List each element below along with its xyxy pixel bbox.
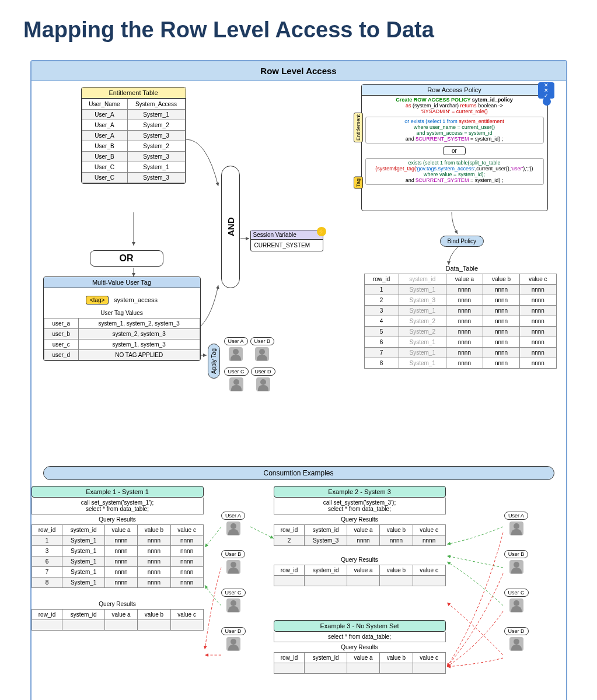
- ex1-qr2-label: Query Results: [32, 601, 204, 607]
- consumption-bar: Consumtion Examples: [43, 466, 554, 480]
- user-icon: [255, 347, 269, 361]
- ex2-qr-label: Query Results: [274, 516, 446, 523]
- user-b-pill: User B: [250, 337, 275, 345]
- tag-chip: <tag>: [86, 296, 109, 304]
- user-icon: [226, 522, 240, 536]
- user-icon: [229, 377, 243, 391]
- policy-title: Row Access Policy: [362, 85, 547, 96]
- ex3-qr-label: Query Results: [274, 644, 446, 650]
- apply-tag-label: Apply Tag: [208, 344, 220, 379]
- examples-area: Example 1 - System 1 call set_system('sy…: [32, 480, 566, 700]
- entitlement-table: Entitlement Table User_NameSystem_Access…: [81, 87, 186, 184]
- ribbon-icon: ✕✕✓: [538, 82, 554, 99]
- data-table-title: Data_Table: [446, 265, 479, 272]
- entitlement-title: Entitlement Table: [82, 88, 186, 99]
- tag-values-title: User Tag Values: [44, 308, 200, 318]
- center-user-stack: User A User B User C User D: [221, 509, 246, 663]
- example-3: Example 3 - No System Set select * from …: [274, 620, 446, 674]
- user-icon: [229, 347, 243, 361]
- users-grid: User A User B User C User D: [224, 335, 300, 396]
- right-user-b: User B: [504, 550, 529, 558]
- frame-title: Row Level Access: [32, 61, 566, 81]
- row-access-policy: ✕✕✓ Entitlement Tag Row Access Policy Cr…: [361, 84, 548, 211]
- ex1-call: call set_system('system_1'); select * fr…: [32, 498, 204, 514]
- session-variable-value: CURRENT_SYSTEM: [251, 240, 323, 251]
- lightning-icon: ⚡: [317, 227, 326, 236]
- user-icon: [509, 598, 523, 612]
- col-sysaccess: System_Access: [127, 99, 185, 110]
- policy-tag-block: exists (select 1 from table(split_to_tab…: [365, 158, 544, 185]
- user-icon: [226, 637, 240, 651]
- tag-values-table: user_asystem_1, system_2, system_3 user_…: [44, 318, 200, 360]
- ex2-qr2-label: Query Results: [274, 556, 446, 563]
- ex1-table: row_idsystem_idvalue avalue bvalue c 1Sy…: [32, 524, 204, 588]
- ribbon-tail-icon: [543, 97, 551, 106]
- ex2-call: call set_system('system_3'); select * fr…: [274, 498, 446, 514]
- bind-policy-pill: Bind Policy: [440, 236, 484, 247]
- ex3-call: select * from data_table;: [274, 632, 446, 642]
- ex2-title: Example 2 - System 3: [274, 486, 446, 498]
- diagram-frame: Row Level Access Entitlement Table User_…: [30, 60, 567, 700]
- right-user-c: User C: [504, 589, 529, 597]
- ex1-empty-table: row_idsystem_idvalue avalue bvalue c: [32, 609, 204, 631]
- user-icon: [509, 522, 523, 536]
- center-user-c: User C: [221, 589, 246, 597]
- session-variable-title: Session Variable ⚡: [251, 230, 323, 240]
- user-icon: [509, 637, 523, 651]
- multitag-title: Multi-Value User Tag: [44, 277, 200, 288]
- ex3-empty-table: row_idsystem_idvalue avalue bvalue c: [274, 652, 446, 674]
- policy-entitlement-block: or exists (select 1 from system_entitlem…: [365, 117, 544, 144]
- user-icon: [226, 598, 240, 612]
- user-icon: [226, 560, 240, 574]
- data-table: row_id system_id value a value b value c…: [364, 274, 557, 369]
- right-user-d: User D: [504, 627, 529, 635]
- entitlement-side-label: Entitlement: [354, 113, 363, 142]
- main-diagram-area: Entitlement Table User_NameSystem_Access…: [32, 81, 566, 466]
- multi-value-tag-box: Multi-Value User Tag <tag> system_access…: [43, 276, 201, 361]
- right-user-stack: User A User B User C User D: [504, 509, 529, 663]
- tag-chip-value: system_access: [114, 296, 158, 303]
- page-title: Mapping the Row Level Access to Data: [23, 18, 574, 43]
- ex2-table: row_idsystem_idvalue avalue bvalue c 2Sy…: [274, 524, 446, 546]
- ex3-title: Example 3 - No System Set: [274, 620, 446, 632]
- col-username: User_Name: [82, 99, 127, 110]
- session-variable: Session Variable ⚡ CURRENT_SYSTEM: [250, 230, 323, 251]
- example-1: Example 1 - System 1 call set_system('sy…: [32, 486, 204, 631]
- center-user-d: User D: [221, 627, 246, 635]
- center-user-b: User B: [221, 550, 246, 558]
- ex1-qr-label: Query Results: [32, 516, 204, 523]
- entitlement-grid: User_NameSystem_Access User_ASystem_1 Us…: [82, 99, 186, 183]
- tag-side-label: Tag: [354, 177, 363, 189]
- user-c-pill: User C: [224, 368, 249, 376]
- user-d-pill: User D: [251, 368, 275, 376]
- ex2-empty-table: row_idsystem_idvalue avalue bvalue c: [274, 565, 446, 586]
- ex1-title: Example 1 - System 1: [32, 486, 204, 498]
- user-icon: [256, 377, 270, 391]
- or-operator: OR: [90, 250, 163, 267]
- user-icon: [509, 560, 523, 574]
- right-user-a: User A: [504, 512, 528, 520]
- user-a-pill: User A: [224, 337, 248, 345]
- example-2: Example 2 - System 3 call set_system('sy…: [274, 486, 446, 586]
- center-user-a: User A: [221, 512, 245, 520]
- and-operator: AND: [221, 166, 240, 288]
- policy-or: or: [443, 146, 466, 155]
